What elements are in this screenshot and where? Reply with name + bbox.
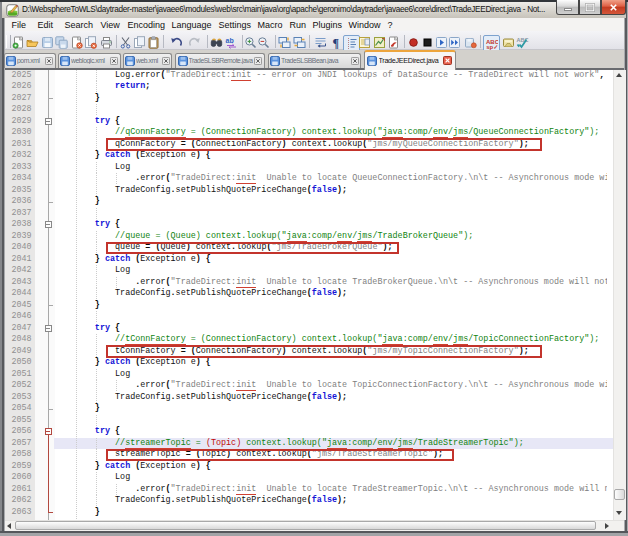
svg-text:ABC: ABC xyxy=(517,36,529,42)
svg-text:¶: ¶ xyxy=(332,36,338,49)
svg-text:ab: ab xyxy=(226,37,234,44)
